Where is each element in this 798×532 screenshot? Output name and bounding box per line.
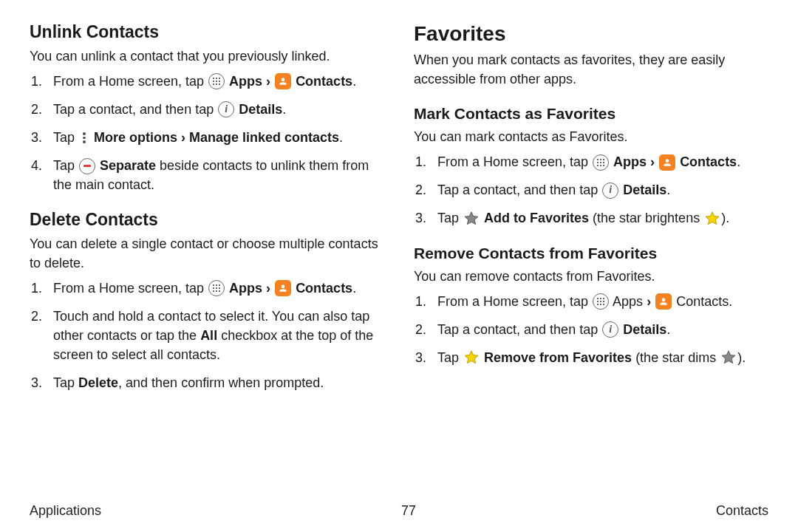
info-icon: i (602, 183, 618, 199)
right-column: Favorites When you mark contacts as favo… (414, 22, 768, 401)
delete-steps: From a Home screen, tap Apps › Contacts.… (30, 279, 384, 392)
text: (the star brightens (589, 211, 703, 225)
text: . (282, 102, 286, 117)
text: Tap (437, 350, 463, 365)
unlink-intro: You can unlink a contact that you previo… (30, 47, 384, 66)
heading-delete-contacts: Delete Contacts (30, 210, 384, 230)
star-dim-icon (463, 211, 480, 227)
info-icon: i (602, 321, 618, 338)
heading-favorites: Favorites (414, 22, 768, 46)
remove-intro: You can remove contacts from Favorites. (414, 267, 768, 286)
more-options-icon (79, 130, 89, 146)
delete-step-1: From a Home screen, tap Apps › Contacts. (46, 279, 384, 298)
text: ). (721, 211, 729, 225)
text: From a Home screen, tap (53, 281, 208, 296)
page-footer: Applications 77 Contacts (30, 503, 768, 519)
text: From a Home screen, tap (437, 294, 592, 309)
text: (the star dims (632, 350, 720, 365)
delete-intro: You can delete a single contact or choos… (30, 234, 384, 273)
caret-icon: › (647, 294, 655, 309)
text: . (729, 294, 732, 309)
star-dim-icon (720, 349, 737, 366)
mark-step-1: From a Home screen, tap Apps › Contacts. (430, 152, 768, 171)
apps-label: Apps (613, 154, 647, 169)
heading-mark-favorites: Mark Contacts as Favorites (414, 105, 768, 123)
remove-step-3: Tap Remove from Favorites (the star dims… (430, 348, 768, 367)
remove-step-1: From a Home screen, tap Apps › Contacts. (430, 292, 768, 311)
text: Tap a contact, and then tap (53, 102, 217, 117)
apps-icon (208, 73, 225, 89)
left-column: Unlink Contacts You can unlink a contact… (30, 22, 384, 401)
text: . (737, 154, 740, 169)
remove-favorites-label: Remove from Favorites (484, 350, 632, 365)
unlink-steps: From a Home screen, tap Apps › Contacts.… (30, 72, 384, 194)
apps-label: Apps (229, 281, 262, 296)
delete-label: Delete (78, 375, 118, 390)
footer-left: Applications (30, 503, 101, 519)
separate-label: Separate (100, 158, 156, 173)
mark-steps: From a Home screen, tap Apps › Contacts.… (414, 152, 768, 228)
caret-icon: › (266, 74, 274, 89)
all-label: All (200, 328, 217, 343)
text: . (352, 74, 356, 89)
apps-label: Apps (229, 74, 262, 89)
details-label: Details (623, 183, 666, 197)
footer-right: Contacts (716, 503, 768, 519)
remove-step-2: Tap a contact, and then tap i Details. (430, 320, 768, 339)
unlink-step-1: From a Home screen, tap Apps › Contacts. (46, 72, 384, 91)
delete-step-3: Tap Delete, and then confirm when prompt… (46, 373, 384, 392)
info-icon: i (218, 101, 234, 117)
text: Tap (53, 375, 78, 390)
text: . (352, 281, 356, 296)
contacts-icon (655, 293, 672, 310)
text: . (339, 130, 343, 145)
contacts-icon (275, 280, 291, 296)
apps-icon (208, 280, 225, 296)
details-label: Details (623, 322, 666, 337)
favorites-intro: When you mark contacts as favorites, the… (414, 50, 768, 89)
text: Tap (437, 211, 463, 225)
page-number: 77 (401, 503, 416, 519)
apps-icon (593, 293, 609, 310)
text: Tap (53, 130, 78, 145)
delete-step-2: Touch and hold a contact to select it. Y… (46, 307, 384, 364)
add-favorites-label: Add to Favorites (484, 211, 589, 225)
contacts-label: Contacts (676, 294, 729, 309)
text: . (666, 322, 670, 337)
contacts-label: Contacts (296, 74, 352, 89)
star-bright-icon (704, 211, 720, 227)
text: . (666, 183, 670, 197)
more-options-label: More options › Manage linked contacts (94, 130, 339, 145)
text: Tap a contact, and then tap (437, 183, 601, 197)
page-columns: Unlink Contacts You can unlink a contact… (30, 22, 768, 401)
star-bright-icon (463, 349, 480, 366)
unlink-step-3: Tap More options › Manage linked contact… (46, 128, 384, 147)
contacts-label: Contacts (680, 154, 737, 169)
text: From a Home screen, tap (53, 74, 208, 89)
text: Tap a contact, and then tap (437, 322, 601, 337)
contacts-icon (659, 154, 675, 171)
mark-step-2: Tap a contact, and then tap i Details. (430, 180, 768, 200)
apps-icon (593, 154, 609, 171)
contacts-label: Contacts (296, 281, 352, 296)
text: From a Home screen, tap (437, 154, 592, 169)
unlink-step-4: Tap Separate beside contacts to unlink t… (46, 156, 384, 194)
heading-remove-favorites: Remove Contacts from Favorites (414, 245, 768, 262)
details-label: Details (239, 102, 282, 117)
heading-unlink-contacts: Unlink Contacts (30, 22, 384, 42)
apps-label: Apps (613, 294, 643, 309)
caret-icon: › (650, 154, 658, 169)
separate-icon (79, 158, 95, 174)
mark-intro: You can mark contacts as Favorites. (414, 127, 768, 146)
text: ). (737, 350, 746, 365)
caret-icon: › (266, 281, 274, 296)
contacts-icon (275, 73, 291, 89)
text: Tap (53, 158, 78, 173)
unlink-step-2: Tap a contact, and then tap i Details. (46, 100, 384, 119)
mark-step-3: Tap Add to Favorites (the star brightens… (430, 208, 768, 228)
text: , and then confirm when prompted. (118, 375, 324, 390)
remove-steps: From a Home screen, tap Apps › Contacts.… (414, 292, 768, 367)
